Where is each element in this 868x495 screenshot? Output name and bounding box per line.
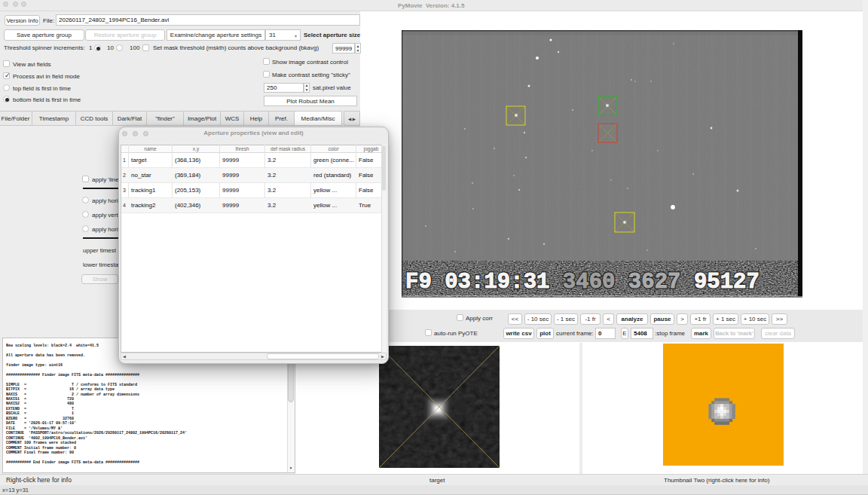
svg-text:F9 03:19:31 3460 3627 95127: F9 03:19:31 3460 3627 95127 <box>405 270 760 295</box>
